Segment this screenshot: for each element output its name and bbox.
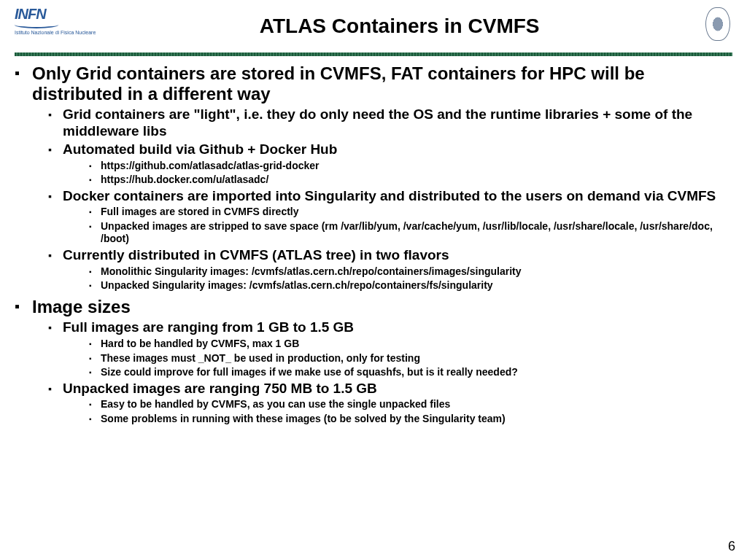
content-list: Only Grid containers are stored in CVMFS… [15, 63, 732, 425]
infn-logo-subtitle: Istituto Nazionale di Fisica Nucleare [15, 30, 96, 35]
bullet-text: Grid containers are "light", i.e. they d… [63, 106, 692, 139]
atlas-globe-icon [705, 7, 730, 41]
header-divider [15, 52, 732, 56]
bullet-text: Unpacked images are ranging 750 MB to 1.… [63, 381, 377, 396]
slide-header: INFN Istituto Nazionale di Fisica Nuclea… [15, 6, 732, 50]
bullet-text: These images must _NOT_ be used in produ… [101, 352, 420, 364]
bullet-text: Image sizes [32, 297, 131, 316]
bullet-text: Unpacked Singularity images: /cvmfs/atla… [101, 279, 493, 291]
list-item: Currently distributed in CVMFS (ATLAS tr… [45, 247, 732, 292]
bullet-text: Full images are stored in CVMFS directly [101, 206, 299, 217]
list-item: Automated build via Github + Docker Hub … [45, 141, 732, 187]
list-item: Grid containers are "light", i.e. they d… [45, 106, 732, 140]
list-item: Image sizes Full images are ranging from… [15, 297, 732, 426]
list-item: Unpacked images are stripped to save spa… [85, 220, 732, 246]
list-item: https://hub.docker.com/u/atlasadc/ [85, 174, 732, 187]
slide-title: ATLAS Containers in CVMFS [96, 6, 703, 38]
bullet-text: Some problems in running with these imag… [101, 413, 506, 424]
page-number: 6 [728, 539, 735, 554]
bullet-text: Unpacked images are stripped to save spa… [101, 220, 713, 245]
list-item: Easy to be handled by CVMFS, as you can … [85, 398, 732, 411]
bullet-text: Size could improve for full images if we… [101, 366, 518, 378]
infn-logo: INFN Istituto Nazionale di Fisica Nuclea… [15, 6, 96, 35]
list-item: Hard to be handled by CVMFS, max 1 GB [85, 338, 732, 351]
list-item: Size could improve for full images if we… [85, 366, 732, 379]
list-item: Monolithic Singularity images: /cvmfs/at… [85, 265, 732, 279]
bullet-text: Monolithic Singularity images: /cvmfs/at… [101, 265, 522, 277]
list-item: Some problems in running with these imag… [85, 413, 732, 426]
bullet-text: Automated build via Github + Docker Hub [63, 141, 337, 157]
list-item: Unpacked Singularity images: /cvmfs/atla… [85, 279, 732, 292]
list-item: Full images are ranging from 1 GB to 1.5… [45, 319, 732, 378]
bullet-text: https://github.com/atlasadc/atlas-grid-d… [101, 160, 320, 171]
list-item: Unpacked images are ranging 750 MB to 1.… [45, 381, 732, 426]
bullet-text: Only Grid containers are stored in CVMFS… [32, 63, 645, 104]
bullet-text: Hard to be handled by CVMFS, max 1 GB [101, 338, 299, 349]
bullet-text: Full images are ranging from 1 GB to 1.5… [63, 319, 354, 335]
bullet-text: https://hub.docker.com/u/atlasadc/ [101, 174, 268, 185]
bullet-text: Easy to be handled by CVMFS, as you can … [101, 398, 450, 410]
list-item: Docker containers are imported into Sing… [45, 188, 732, 246]
bullet-text: Currently distributed in CVMFS (ATLAS tr… [63, 247, 449, 262]
slide: INFN Istituto Nazionale di Fisica Nuclea… [0, 0, 747, 425]
list-item: These images must _NOT_ be used in produ… [85, 352, 732, 365]
list-item: Full images are stored in CVMFS directly [85, 206, 732, 219]
bullet-text: Docker containers are imported into Sing… [63, 188, 716, 203]
list-item: Only Grid containers are stored in CVMFS… [15, 63, 732, 292]
list-item: https://github.com/atlasadc/atlas-grid-d… [85, 160, 732, 173]
infn-swoosh-icon [15, 21, 58, 28]
infn-logo-text: INFN [15, 6, 46, 23]
atlas-logo [703, 6, 732, 42]
